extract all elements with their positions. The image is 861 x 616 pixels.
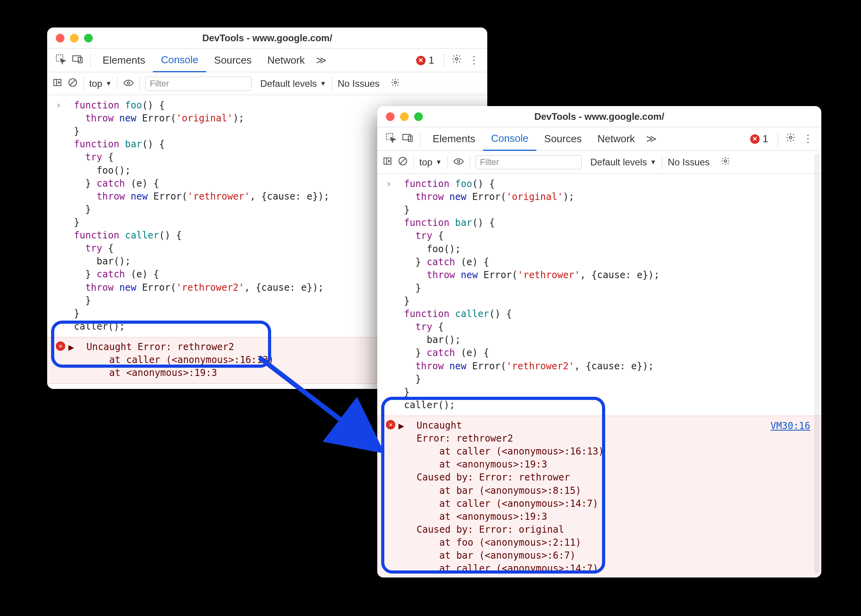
inspect-element-icon[interactable] <box>52 53 69 67</box>
clear-console-icon[interactable] <box>68 77 78 90</box>
titlebar: DevTools - www.google.com/ <box>377 106 821 127</box>
error-count-value: 1 <box>763 133 768 145</box>
error-line: Caused by: Error: original <box>384 523 821 536</box>
log-levels-selector[interactable]: Default levels ▼ <box>590 157 656 168</box>
more-tabs-icon[interactable]: ≫ <box>643 133 660 145</box>
error-line: at caller (<anonymous>:16:13) <box>384 445 821 458</box>
input-prompt-icon: › <box>386 178 391 191</box>
svg-point-8 <box>127 82 130 84</box>
settings-gear-icon[interactable] <box>782 132 799 145</box>
error-icon: ✕ <box>386 420 395 429</box>
device-toolbar-icon[interactable] <box>69 54 86 67</box>
code-line: bar(); <box>384 334 821 346</box>
console-settings-gear-icon[interactable] <box>391 78 400 90</box>
panel-tabbar: Elements Console Sources Network ≫ ✕ 1 ⋮ <box>377 127 821 151</box>
chevron-down-icon: ▼ <box>320 80 326 87</box>
context-label: top <box>89 78 102 89</box>
close-window-button[interactable] <box>56 34 64 42</box>
issues-link[interactable]: No Issues <box>338 78 380 89</box>
error-line: at <anonymous>:19:3 <box>384 458 821 471</box>
filter-input[interactable]: Filter <box>145 77 252 91</box>
traffic-lights <box>377 112 423 121</box>
clear-console-icon[interactable] <box>398 156 408 169</box>
error-line: at foo (<anonymous>:2:11) <box>384 536 821 549</box>
error-icon: ✕ <box>56 341 65 351</box>
svg-rect-11 <box>403 134 411 140</box>
maximize-window-button[interactable] <box>84 34 93 42</box>
console-toolbar: top ▼ Filter Default levels ▼ No Issues <box>377 151 821 174</box>
error-count-value: 1 <box>429 54 434 66</box>
code-line: function caller() { <box>384 308 821 321</box>
toggle-sidebar-icon[interactable] <box>53 78 62 90</box>
tab-elements[interactable]: Elements <box>95 49 153 72</box>
tab-elements[interactable]: Elements <box>425 127 483 151</box>
error-line: at bar (<anonymous>:6:7) <box>384 549 821 562</box>
code-line: try { <box>384 321 821 334</box>
tab-sources[interactable]: Sources <box>206 49 259 72</box>
kebab-menu-icon[interactable]: ⋮ <box>465 54 483 66</box>
log-levels-selector[interactable]: Default levels ▼ <box>260 78 326 89</box>
levels-label: Default levels <box>260 78 317 89</box>
tab-network[interactable]: Network <box>259 49 312 72</box>
disclosure-triangle-icon[interactable]: ▶ <box>68 341 74 354</box>
settings-gear-icon[interactable] <box>448 54 465 67</box>
code-line: foo(); <box>384 243 821 256</box>
svg-point-13 <box>789 136 792 139</box>
filter-placeholder: Filter <box>150 79 169 89</box>
scrollbar[interactable] <box>814 153 820 574</box>
window-title: DevTools - www.google.com/ <box>377 111 821 122</box>
titlebar: DevTools - www.google.com/ <box>47 28 487 49</box>
live-expression-eye-icon[interactable] <box>123 78 134 89</box>
inspect-element-icon[interactable] <box>382 132 399 146</box>
error-line: at <anonymous>:19:3 <box>384 510 821 523</box>
svg-point-9 <box>394 81 397 84</box>
devtools-window-right: DevTools - www.google.com/ Elements Cons… <box>377 106 821 578</box>
source-link[interactable]: VM30:16 <box>771 420 810 433</box>
svg-point-18 <box>457 160 460 163</box>
console-settings-gear-icon[interactable] <box>721 156 730 168</box>
chevron-down-icon: ▼ <box>650 159 656 166</box>
code-line: function foo() { <box>384 178 821 191</box>
code-line: function bar() { <box>384 216 821 229</box>
error-line: at <anonymous>:19:3 <box>384 575 821 578</box>
console-error-message[interactable]: ✕ ▶ VM30:16 UncaughtError: rethrower2 at… <box>377 416 821 578</box>
svg-point-19 <box>724 160 727 162</box>
error-count-badge[interactable]: ✕ 1 <box>411 54 440 66</box>
code-line: } <box>384 295 821 308</box>
live-expression-eye-icon[interactable] <box>453 157 464 168</box>
input-prompt-icon: › <box>56 99 61 112</box>
error-line: at bar (<anonymous>:8:15) <box>384 484 821 497</box>
issues-link[interactable]: No Issues <box>668 157 710 168</box>
minimize-window-button[interactable] <box>400 112 409 121</box>
svg-point-3 <box>455 58 458 60</box>
tab-sources[interactable]: Sources <box>536 127 589 151</box>
code-line: caller(); <box>384 399 821 412</box>
tab-console[interactable]: Console <box>483 127 536 151</box>
error-icon: ✕ <box>416 56 426 65</box>
tab-network[interactable]: Network <box>589 127 643 151</box>
close-window-button[interactable] <box>386 112 395 121</box>
error-line: Error: rethrower2 <box>384 432 821 445</box>
error-count-badge[interactable]: ✕ 1 <box>745 133 774 145</box>
tab-console[interactable]: Console <box>153 49 206 72</box>
code-line: } <box>384 386 821 399</box>
disclosure-triangle-icon[interactable]: ▶ <box>398 420 404 433</box>
more-tabs-icon[interactable]: ≫ <box>313 54 330 66</box>
device-toolbar-icon[interactable] <box>399 132 417 145</box>
context-selector[interactable]: top ▼ <box>419 157 442 168</box>
kebab-menu-icon[interactable]: ⋮ <box>799 133 817 145</box>
context-selector[interactable]: top ▼ <box>89 78 112 89</box>
toggle-sidebar-icon[interactable] <box>383 156 392 168</box>
error-line: Caused by: Error: rethrower <box>384 471 821 484</box>
filter-input[interactable]: Filter <box>475 155 582 169</box>
error-line: at caller (<anonymous>:14:7) <box>384 497 821 510</box>
code-line: } <box>384 373 821 386</box>
code-line: } catch (e) { <box>384 256 821 269</box>
minimize-window-button[interactable] <box>70 34 79 42</box>
maximize-window-button[interactable] <box>414 112 423 121</box>
traffic-lights <box>47 34 93 42</box>
chevron-down-icon: ▼ <box>105 80 112 87</box>
svg-line-17 <box>400 158 406 163</box>
code-line: throw new Error('rethrower', {cause: e})… <box>384 269 821 282</box>
panel-tabbar: Elements Console Sources Network ≫ ✕ 1 ⋮ <box>47 49 487 72</box>
